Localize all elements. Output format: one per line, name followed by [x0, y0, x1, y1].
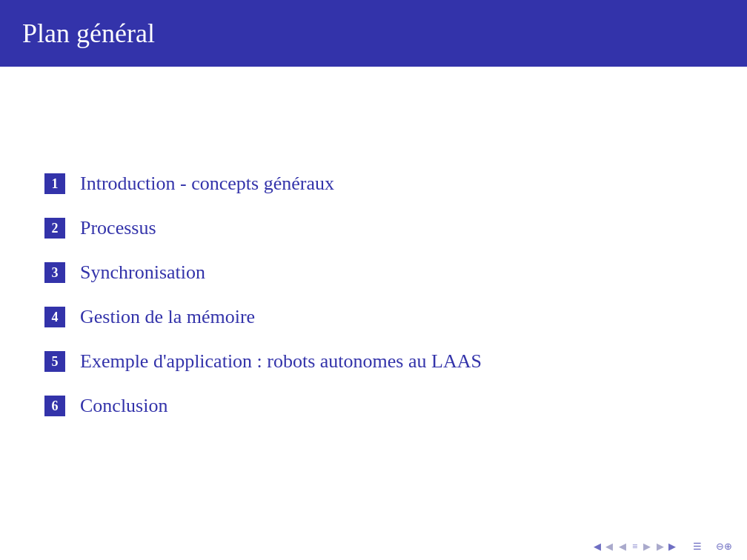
nav-left-arrow[interactable]: ◀: [594, 541, 601, 553]
nav-sep2: ▶: [643, 541, 651, 553]
toc-item-3: 3Synchronisation: [44, 261, 703, 284]
toc-label-2: Processus: [80, 217, 156, 239]
slide-title: Plan général: [22, 18, 155, 49]
nav-search[interactable]: ⊖⊕: [716, 541, 732, 553]
toc-number-1: 1: [44, 173, 65, 194]
nav-menu[interactable]: ☰: [693, 541, 702, 553]
toc-item-2: 2Processus: [44, 217, 703, 239]
slide-header: Plan général: [0, 0, 747, 67]
nav-left-frame[interactable]: ◀: [605, 541, 613, 553]
nav-divider2: [708, 541, 710, 553]
nav-divider: [682, 541, 687, 553]
nav-right-arrow[interactable]: ▶: [668, 541, 676, 553]
toc-item-5: 5Exemple d'application : robots autonome…: [44, 350, 703, 373]
toc-label-1: Introduction - concepts généraux: [80, 173, 334, 195]
nav-list-icon[interactable]: ≡: [632, 541, 637, 553]
toc-label-5: Exemple d'application : robots autonomes…: [80, 350, 482, 373]
toc-content: 1Introduction - concepts généraux2Proces…: [0, 67, 747, 560]
toc-item-6: 6Conclusion: [44, 395, 703, 417]
toc-number-5: 5: [44, 351, 65, 372]
toc-number-6: 6: [44, 396, 65, 416]
toc-label-3: Synchronisation: [80, 261, 205, 284]
slide-footer: ◀ ◀ ◀ ≡ ▶ ▶ ▶ ☰ ⊖⊕: [594, 541, 732, 553]
toc-item-4: 4Gestion de la mémoire: [44, 306, 703, 328]
toc-number-3: 3: [44, 262, 65, 283]
toc-number-2: 2: [44, 218, 65, 239]
toc-label-6: Conclusion: [80, 395, 167, 417]
nav-sep1: ◀: [619, 541, 626, 553]
slide: Plan général 1Introduction - concepts gé…: [0, 0, 747, 560]
toc-item-1: 1Introduction - concepts généraux: [44, 173, 703, 195]
toc-label-4: Gestion de la mémoire: [80, 306, 255, 328]
nav-right-frame[interactable]: ▶: [657, 541, 664, 553]
toc-number-4: 4: [44, 307, 65, 327]
